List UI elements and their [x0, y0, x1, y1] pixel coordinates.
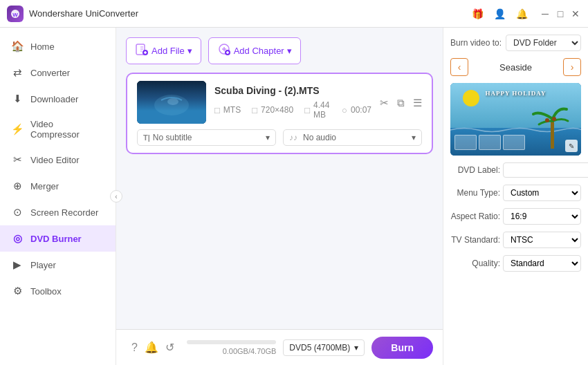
sidebar-item-toolbox[interactable]: ⚙ Toolbox [0, 278, 116, 304]
resolution-icon: □ [252, 105, 257, 115]
player-icon: ▶ [11, 259, 24, 271]
menu-type-row: Menu Type: CustomNoneClassic [450, 185, 581, 201]
burn-button[interactable]: Burn [371, 337, 433, 359]
menu-type-label: Menu Type: [450, 188, 500, 198]
svg-text:W: W [12, 12, 18, 18]
add-file-button[interactable]: Add File ▾ [126, 37, 201, 64]
dvd-burner-icon: ◎ [11, 232, 24, 245]
help-icon[interactable]: ? [131, 341, 138, 354]
merger-icon: ⊕ [11, 180, 24, 192]
notification-icon[interactable]: 🔔 [145, 341, 158, 354]
sidebar-label-dvd-burner: DVD Burner [30, 234, 82, 244]
sidebar-label-player: Player [30, 260, 56, 270]
menu-type-select[interactable]: CustomNoneClassic [503, 185, 581, 201]
file-card: Scuba Diving - (2).MTS □ MTS □ 720×480 [126, 73, 433, 154]
file-size: □ 4.44 MB [304, 100, 331, 120]
app-logo: W [7, 6, 24, 22]
bell-icon[interactable]: 🔔 [515, 7, 529, 21]
sidebar-item-screen-recorder[interactable]: ⊙ Screen Recorder [0, 199, 116, 225]
template-next-button[interactable]: › [563, 58, 581, 76]
sidebar-item-player[interactable]: ▶ Player [0, 252, 116, 278]
progress-area: 0.00GB/4.70GB [187, 340, 276, 355]
sidebar-item-video-compressor[interactable]: ⚡ Video Compressor [0, 112, 116, 147]
thumbnail-image [137, 81, 206, 124]
downloader-icon: ⬇ [11, 93, 24, 105]
aspect-ratio-select[interactable]: 16:9 4:3 [503, 208, 581, 225]
right-panel: Burn video to: DVD FolderISO File ‹ Seas… [443, 28, 588, 365]
user-icon[interactable]: 👤 [493, 7, 506, 21]
sidebar: 🏠 Home ⇄ Converter ⬇ Downloader ⚡ Video … [0, 28, 116, 365]
window-controls: ─ □ ✕ [540, 8, 581, 19]
file-meta: □ MTS □ 720×480 □ 4.44 MB [214, 100, 371, 120]
main-area: Add File ▾ Add Chapter ▾ [116, 28, 443, 365]
copy-icon[interactable]: ⧉ [397, 97, 405, 109]
audio-select[interactable]: ♪♪ No audio ▾ [283, 129, 422, 146]
titlebar-actions: 🎁 👤 🔔 [470, 7, 529, 21]
converter-icon: ⇄ [11, 66, 24, 79]
sidebar-label-screen-recorder: Screen Recorder [30, 207, 98, 218]
compressor-icon: ⚡ [11, 123, 24, 135]
dvd-label-row: DVD Label: [450, 162, 581, 178]
minimize-button[interactable]: ─ [540, 8, 551, 19]
subtitle-select[interactable]: T| No subtitle ▾ [137, 129, 276, 146]
add-chapter-icon [217, 42, 231, 59]
add-file-icon [135, 42, 149, 59]
sidebar-label-merger: Merger [30, 181, 59, 191]
edit-preview-button[interactable]: ✎ [565, 140, 578, 152]
template-nav: ‹ Seaside › [450, 58, 581, 76]
filename: Scuba Diving - (2).MTS [214, 85, 371, 96]
quality-select[interactable]: Standard High Low [503, 255, 581, 272]
add-chapter-dropdown-icon: ▾ [287, 46, 292, 56]
main-container: 🏠 Home ⇄ Converter ⬇ Downloader ⚡ Video … [0, 28, 588, 365]
template-prev-button[interactable]: ‹ [450, 58, 468, 76]
sidebar-item-merger[interactable]: ⊕ Merger [0, 173, 116, 199]
svg-rect-12 [551, 118, 554, 149]
bottom-bar: ? 🔔 ↺ 0.00GB/4.70GB DVD5 (4700MB) ▾ Burn [116, 329, 443, 365]
add-file-label: Add File [151, 46, 185, 56]
cut-icon[interactable]: ✂ [380, 97, 389, 109]
file-thumbnail [137, 81, 206, 124]
add-chapter-button[interactable]: Add Chapter ▾ [208, 37, 301, 64]
close-button[interactable]: ✕ [570, 8, 581, 19]
toolbox-icon: ⚙ [11, 285, 24, 297]
preview-thumb-3 [503, 135, 525, 150]
svg-point-8 [167, 98, 178, 105]
file-card-bottom: T| No subtitle ▾ ♪♪ No audio ▾ [137, 129, 422, 146]
file-info: Scuba Diving - (2).MTS □ MTS □ 720×480 [214, 85, 371, 120]
add-chapter-label: Add Chapter [234, 46, 284, 56]
feedback-icon[interactable]: ↺ [165, 341, 174, 354]
resolution-value: 720×480 [261, 105, 293, 115]
sidebar-collapse-button[interactable]: ‹ [110, 190, 122, 203]
file-resolution: □ 720×480 [252, 105, 293, 115]
gift-icon[interactable]: 🎁 [470, 7, 484, 21]
disc-type-select[interactable]: DVD5 (4700MB) ▾ [283, 339, 365, 356]
burn-video-to-row: Burn video to: DVD FolderISO File [450, 35, 581, 51]
sidebar-item-home[interactable]: 🏠 Home [0, 33, 116, 59]
progress-bar-background [187, 340, 276, 344]
progress-info: 0.00GB/4.70GB [187, 347, 276, 355]
maximize-button[interactable]: □ [555, 8, 566, 19]
preview-thumb-1 [454, 135, 477, 150]
preview-background: HAPPY HOLIDAY ✎ [450, 83, 581, 156]
sidebar-label-converter: Converter [30, 68, 70, 78]
format-value: MTS [223, 105, 241, 115]
dvd-label-input[interactable] [503, 162, 588, 178]
file-actions: ✂ ⧉ ☰ [380, 95, 422, 109]
preview-thumbnails [454, 135, 525, 150]
file-format: □ MTS [214, 105, 241, 115]
size-icon: □ [304, 105, 310, 115]
disc-dropdown-icon: ▾ [354, 343, 358, 353]
disc-type-label: DVD5 (4700MB) [289, 343, 350, 353]
sidebar-item-dvd-burner[interactable]: ◎ DVD Burner [0, 225, 116, 252]
sidebar-item-video-editor[interactable]: ✂ Video Editor [0, 147, 116, 173]
svg-point-13 [545, 118, 549, 122]
sidebar-item-downloader[interactable]: ⬇ Downloader [0, 86, 116, 112]
size-value: 4.44 MB [313, 100, 331, 120]
burn-destination-select[interactable]: DVD FolderISO File [506, 35, 581, 51]
quality-row: Quality: Standard High Low [450, 255, 581, 272]
sidebar-label-toolbox: Toolbox [30, 286, 62, 297]
tv-standard-select[interactable]: NTSC PAL [503, 232, 581, 248]
menu-icon[interactable]: ☰ [413, 97, 422, 109]
sidebar-item-converter[interactable]: ⇄ Converter [0, 59, 116, 86]
audio-wave-icon: ♪♪ [289, 133, 297, 142]
